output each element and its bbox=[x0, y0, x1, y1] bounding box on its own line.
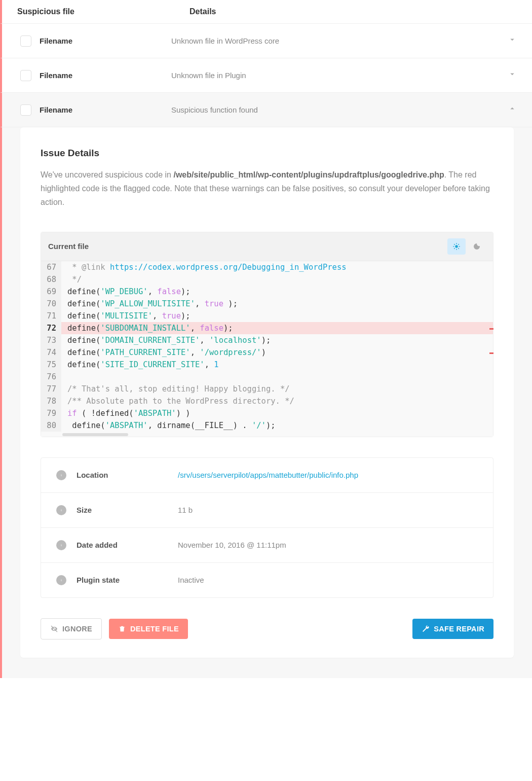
issue-panel: Issue Details We've uncovered suspicious… bbox=[0, 127, 532, 678]
info-row-plugin-state: Plugin state Inactive bbox=[41, 563, 493, 597]
result-row[interactable]: Filename Unknown file in Plugin bbox=[0, 58, 532, 93]
info-label: Size bbox=[77, 506, 178, 514]
action-bar: IGNORE DELETE FILE SAFE REPAIR bbox=[41, 618, 493, 640]
checkbox[interactable] bbox=[20, 70, 31, 81]
info-value-link[interactable]: /srv/users/serverpilot/apps/mattebutter/… bbox=[178, 471, 358, 479]
issue-description: We've uncovered suspicious code in /web/… bbox=[41, 168, 493, 209]
scan-results: Suspicious file Details Filename Unknown… bbox=[0, 0, 532, 678]
wrench-icon bbox=[422, 625, 430, 633]
chevron-down-icon[interactable] bbox=[508, 69, 517, 81]
info-value: Inactive bbox=[178, 576, 204, 584]
chevron-down-icon[interactable] bbox=[508, 35, 517, 47]
row-detail: Suspicious function found bbox=[171, 105, 508, 114]
chevron-up-icon[interactable] bbox=[508, 104, 517, 116]
table-header: Suspicious file Details bbox=[0, 0, 532, 24]
info-row-date: Date added November 10, 2016 @ 11:11pm bbox=[41, 528, 493, 563]
row-label: Filename bbox=[40, 105, 171, 114]
safe-repair-button[interactable]: SAFE REPAIR bbox=[412, 619, 493, 639]
light-theme-button[interactable] bbox=[447, 238, 466, 255]
row-label: Filename bbox=[40, 71, 171, 80]
issue-title: Issue Details bbox=[41, 148, 493, 159]
sun-icon bbox=[452, 242, 461, 251]
moon-icon bbox=[473, 242, 481, 251]
info-label: Plugin state bbox=[77, 576, 178, 584]
info-value: 11 b bbox=[178, 506, 193, 514]
info-label: Location bbox=[77, 471, 178, 479]
row-detail: Unknown file in Plugin bbox=[171, 71, 508, 80]
info-icon[interactable] bbox=[56, 470, 66, 480]
file-info-table: Location /srv/users/serverpilot/apps/mat… bbox=[41, 457, 493, 598]
eye-off-icon bbox=[50, 625, 58, 633]
header-suspicious-file: Suspicious file bbox=[17, 7, 189, 16]
svg-line-8 bbox=[458, 244, 459, 244]
delete-file-button[interactable]: DELETE FILE bbox=[109, 619, 188, 639]
dark-theme-button[interactable] bbox=[468, 238, 486, 255]
code-viewer: Current file 67 * @link https://codex.wo… bbox=[41, 232, 493, 437]
svg-line-7 bbox=[454, 248, 454, 248]
flag-marker bbox=[489, 328, 493, 330]
info-value: November 10, 2016 @ 11:11pm bbox=[178, 541, 286, 549]
header-details: Details bbox=[189, 7, 532, 16]
row-detail: Unknown file in WordPress core bbox=[171, 37, 508, 45]
svg-line-5 bbox=[454, 244, 454, 244]
trash-icon bbox=[118, 625, 126, 633]
checkbox[interactable] bbox=[20, 36, 31, 47]
row-label: Filename bbox=[40, 37, 171, 45]
code-header: Current file bbox=[41, 232, 493, 261]
code-body[interactable]: 67 * @link https://codex.wordpress.org/D… bbox=[41, 261, 493, 437]
checkbox[interactable] bbox=[20, 104, 31, 116]
issue-path: /web/site/public_html/wp-content/plugins… bbox=[173, 170, 444, 179]
ignore-button[interactable]: IGNORE bbox=[41, 618, 102, 640]
flag-marker bbox=[489, 352, 493, 354]
info-row-size: Size 11 b bbox=[41, 493, 493, 528]
info-icon[interactable] bbox=[56, 575, 66, 585]
info-icon[interactable] bbox=[56, 505, 66, 515]
horizontal-scrollbar[interactable] bbox=[41, 432, 493, 437]
code-title: Current file bbox=[48, 242, 445, 251]
svg-line-6 bbox=[458, 248, 459, 248]
info-row-location: Location /srv/users/serverpilot/apps/mat… bbox=[41, 458, 493, 493]
svg-point-0 bbox=[455, 245, 458, 247]
result-row-expanded[interactable]: Filename Suspicious function found bbox=[0, 93, 532, 127]
info-icon[interactable] bbox=[56, 540, 66, 550]
highlighted-line: 72define('SUBDOMAIN_INSTALL', false); bbox=[41, 322, 493, 334]
result-row[interactable]: Filename Unknown file in WordPress core bbox=[0, 24, 532, 58]
info-label: Date added bbox=[77, 541, 178, 549]
